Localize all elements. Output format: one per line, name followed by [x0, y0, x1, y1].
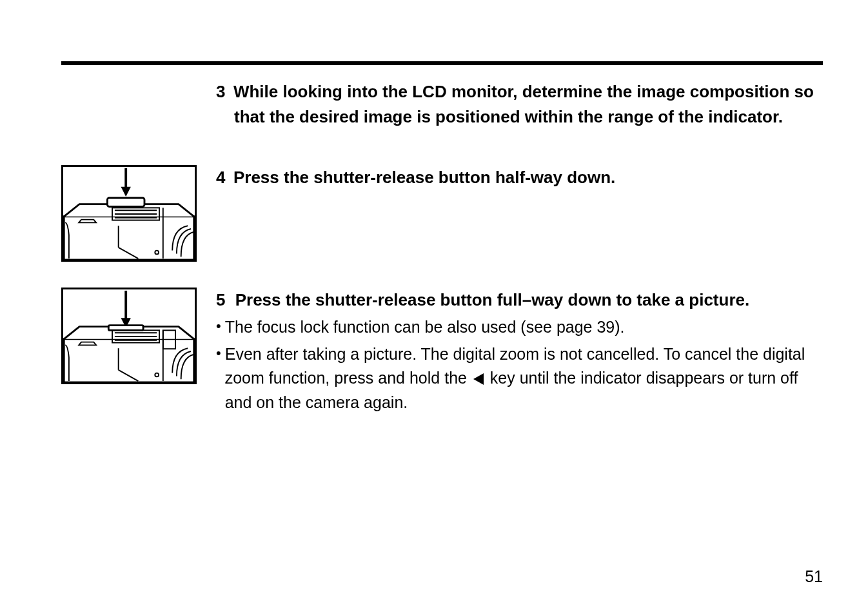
step-number-4: 4 — [216, 168, 225, 187]
step-5-image-column — [61, 288, 216, 384]
step-5-text: 5 Press the shutter-release button full–… — [216, 288, 823, 415]
horizontal-rule — [61, 61, 823, 65]
step-4-image-column — [61, 165, 216, 262]
bullet-1-text: The focus lock function can be also used… — [225, 315, 823, 340]
svg-rect-3 — [107, 198, 144, 206]
step-5: 5 Press the shutter-release button full–… — [61, 288, 823, 415]
step-4-heading: Press the shutter-release button half-wa… — [233, 168, 615, 187]
bullet-2-text: Even after taking a picture. The digital… — [225, 342, 823, 415]
svg-marker-1 — [121, 187, 131, 197]
step-number-5: 5 — [216, 290, 225, 309]
step-number-3: 3 — [216, 82, 225, 101]
left-arrow-icon — [473, 373, 484, 385]
step-3-heading: While looking into the LCD monitor, dete… — [233, 82, 814, 126]
step-5-heading: Press the shutter-release button full–wa… — [230, 290, 749, 309]
step-4-text: 4 Press the shutter-release button half-… — [216, 165, 823, 190]
step-3: 3 While looking into the LCD monitor, de… — [216, 79, 823, 130]
camera-full-press-illustration — [61, 288, 197, 384]
step-4: 4 Press the shutter-release button half-… — [61, 165, 823, 262]
camera-half-press-illustration — [61, 165, 197, 262]
page-number: 51 — [805, 567, 823, 586]
step-5-bullet-2: Even after taking a picture. The digital… — [216, 342, 823, 415]
step-5-bullet-1: The focus lock function can be also used… — [216, 315, 823, 340]
page-content: 3 While looking into the LCD monitor, de… — [61, 79, 823, 415]
svg-rect-15 — [108, 326, 143, 331]
